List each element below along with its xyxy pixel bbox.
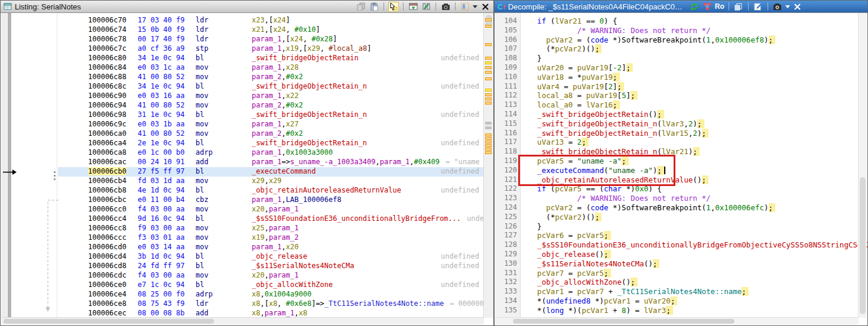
scrollbar-thumb[interactable]: [860, 177, 866, 314]
decompile-line[interactable]: 131 pcVar7 = pcVar5;: [495, 269, 867, 278]
decompile-line[interactable]: 113 local_a0 = lVar16;: [495, 100, 867, 110]
listing-row[interactable]: 100006cd824 fd ff 97bl_$s11SerialNotes4N…: [1, 262, 484, 271]
scrollbar-marker[interactable]: [485, 122, 492, 125]
scrollbar-thumb[interactable]: [4, 319, 214, 324]
decompile-line[interactable]: 115 _swift_bridgeObjectRetain_n(lVar3,2)…: [495, 119, 867, 129]
graph-view-icon[interactable]: [702, 2, 713, 12]
scrollbar-marker[interactable]: [485, 71, 492, 74]
snapshot-camera-icon[interactable]: [772, 2, 783, 12]
listing-row[interactable]: 100006c9831 1e 0c 94bl_swift_bridgeObjec…: [1, 110, 484, 120]
scrollbar-thumb[interactable]: [513, 319, 734, 324]
scrollbar-marker[interactable]: [485, 18, 492, 21]
listing-row[interactable]: 100006cd0e0 03 14 aamovparam_1,x20: [1, 243, 484, 252]
decompile-line[interactable]: 108 }: [495, 54, 867, 63]
decompile-line[interactable]: 110 uVar18 = *puVar19;: [495, 73, 867, 82]
listing-row[interactable]: 100006c8c34 1e 0c 94bl_swift_bridgeObjec…: [1, 82, 484, 92]
listing-row[interactable]: 100006cb4fd 03 1d aamovx29,x29: [1, 177, 484, 186]
selection-cursor-icon[interactable]: [388, 2, 399, 12]
decompile-line[interactable]: 104 if (lVar21 == 0) {: [495, 17, 867, 26]
listing-titlebar[interactable]: Listing: SerialNotes: [1, 1, 493, 13]
scrollbar-marker[interactable]: [485, 144, 492, 147]
scrollbar-marker[interactable]: [485, 151, 492, 154]
listing-row[interactable]: 100006c90e0 03 16 aamovparam_1,x22: [1, 92, 484, 101]
decompile-line[interactable]: 111 uVar4 = puVar19[2];: [495, 82, 867, 92]
scrollbar-marker[interactable]: [485, 77, 492, 80]
decompile-line[interactable]: 130 _$s11SerialNotes4NoteCMa();: [495, 259, 867, 269]
scrollbar-marker[interactable]: [485, 133, 492, 136]
decompile-line[interactable]: 116 _swift_bridgeObjectRetain_n(lVar15,2…: [495, 129, 867, 138]
listing-horizontal-scrollbar[interactable]: [1, 317, 484, 325]
scrollbar-marker[interactable]: [485, 43, 492, 46]
decompile-line[interactable]: 127 pcVar6 = pcVar5;: [495, 231, 867, 240]
decompile-line[interactable]: 114 _swift_bridgeObjectRetain();: [495, 110, 867, 119]
decompile-view[interactable]: 104 if (lVar21 == 0) {105 /* WARNING: Do…: [495, 13, 867, 325]
decompile-line[interactable]: 107 (*pcVar2)();: [495, 44, 867, 54]
decompile-line[interactable]: 105 /* WARNING: Does not return */: [495, 26, 867, 35]
listing-row[interactable]: 100006cc8f9 03 00 aamovx25,param_1: [1, 224, 484, 233]
scrollbar-marker[interactable]: [485, 93, 492, 96]
scrollbar-marker[interactable]: [485, 148, 492, 151]
scrollbar-marker[interactable]: [485, 57, 492, 60]
listing-row[interactable]: 100006ce408 25 00 f0adrpx8,0x1004a9000: [1, 290, 484, 299]
listing-row[interactable]: 100006ce808 75 43 f9ldrx8,[x8, #0x6e8]=>…: [1, 299, 484, 309]
listing-vertical-scrollbar[interactable]: [483, 13, 493, 318]
scrollbar-marker[interactable]: [485, 137, 492, 140]
scrollbar-marker[interactable]: [485, 66, 492, 69]
listing-row[interactable]: 100006cbce0 11 00 b4cbzparam_1,LAB_10000…: [1, 195, 484, 205]
ro-toggle-icon[interactable]: Ro: [715, 2, 724, 11]
snapshot-camera-icon[interactable]: [440, 2, 451, 12]
close-icon[interactable]: [792, 2, 803, 12]
copy-icon[interactable]: [356, 2, 366, 12]
listing-row[interactable]: 100006ca42e 1e 0c 94bl_swift_bridgeObjec…: [1, 139, 484, 148]
listing-row[interactable]: 100006c8841 00 80 52movparam_2,#0x2: [1, 73, 484, 82]
decompile-line[interactable]: 129 _objc_release();: [495, 250, 867, 259]
decompile-line[interactable]: 117 uVar13 = 2;: [495, 138, 867, 147]
listing-row[interactable]: 100006cc0f4 03 00 aamovx20,param_1: [1, 205, 484, 214]
decompile-line[interactable]: 125 (*pcVar2)();: [495, 213, 867, 222]
decompile-titlebar[interactable]: Cf Decompile: _$s11SerialNotes0A4FileC04…: [495, 1, 867, 13]
scrollbar-marker[interactable]: [485, 25, 492, 28]
listing-row[interactable]: 100006cac00 24 10 91addparam_1=>s_uname_…: [1, 158, 484, 167]
decompile-line[interactable]: 133 pcVar1 = pcVar7 + _TtC11SerialNotes4…: [495, 287, 867, 296]
decompile-line[interactable]: 126 }: [495, 222, 867, 232]
decompile-line[interactable]: 135 *(long *)(pcVar1 + 8) = lVar3;: [495, 306, 867, 315]
listing-row[interactable]: 100006cdcf4 03 00 aamovx20,param_1: [1, 271, 484, 281]
edit-fields-icon[interactable]: [460, 2, 470, 12]
listing-row[interactable]: 100006c7017 03 40 f9ldrx23,[x24]: [1, 16, 484, 25]
decompile-vertical-scrollbar[interactable]: [858, 13, 867, 318]
scrollbar-marker[interactable]: [485, 97, 492, 100]
decompile-line[interactable]: 132 _objc_allocWithZone();: [495, 278, 867, 287]
listing-row[interactable]: 100006c84e0 03 1c aamovparam_1,x28: [1, 63, 484, 73]
listing-row[interactable]: 100006cd43b 1d 0c 94bl_objc_releaseundef…: [1, 252, 484, 262]
listing-row[interactable]: 100006ca041 00 80 52movparam_2,#0x2: [1, 129, 484, 139]
field-header-icon[interactable]: [408, 2, 418, 12]
listing-row[interactable]: 100006cccf3 03 01 aamovx19,param_2: [1, 233, 484, 243]
decompile-line[interactable]: 128 _$sSS10FoundationE36_unconditionally…: [495, 240, 867, 250]
listing-row[interactable]: 100006cb84e 1d 0c 94bl_objc_retainAutore…: [1, 186, 484, 195]
field-expand-icon[interactable]: [421, 2, 431, 12]
close-icon[interactable]: [480, 2, 490, 12]
paste-icon[interactable]: [369, 2, 379, 12]
listing-row[interactable]: 100006c7800 17 40 f9ldrparam_1,[x24, #0x…: [1, 35, 484, 44]
decompile-line[interactable]: 109 uVar20 = puVar19[-2];: [495, 63, 867, 73]
scrollbar-marker[interactable]: [485, 141, 492, 144]
edit-icon[interactable]: [753, 2, 763, 12]
listing-view[interactable]: 100006c7017 03 40 f9ldrx23,[x24]100006c7…: [1, 13, 493, 325]
listing-row[interactable]: 100006ce0e7 1c 0c 94bl_objc_allocWithZon…: [1, 281, 484, 290]
listing-row[interactable]: 100006c7415 0b 40 f9ldrx21,[x24, #0x10]: [1, 25, 484, 35]
scrollbar-marker[interactable]: [485, 126, 492, 129]
copy-icon[interactable]: [733, 2, 744, 12]
decompile-line[interactable]: 123 /* WARNING: Does not return */: [495, 194, 867, 203]
listing-row[interactable]: 100006c7ca0 cf 36 a9stpparam_1,x19,[x29,…: [1, 44, 484, 54]
scrollbar-marker[interactable]: [485, 61, 492, 64]
dropdown-caret-icon[interactable]: [473, 5, 477, 8]
listing-row[interactable]: 100006cc49d 16 0c 94bl_$sSS10FoundationE…: [1, 214, 484, 224]
listing-row[interactable]: 100006c9441 00 80 52movparam_2,#0x2: [1, 101, 484, 110]
decompile-line[interactable]: 112 local_a8 = puVar19[5];: [495, 91, 867, 100]
menu-caret-icon[interactable]: [785, 5, 790, 8]
listing-row[interactable]: 100006c8034 1e 0c 94bl_swift_bridgeObjec…: [1, 54, 484, 63]
decompile-line[interactable]: 134 *(undefined8 *)pcVar1 = uVar20;: [495, 296, 867, 306]
decompile-horizontal-scrollbar[interactable]: [495, 317, 859, 325]
refresh-icon[interactable]: [689, 2, 700, 12]
listing-row[interactable]: 100006cb027 f5 ff 97bl_executeCommandund…: [1, 167, 484, 177]
